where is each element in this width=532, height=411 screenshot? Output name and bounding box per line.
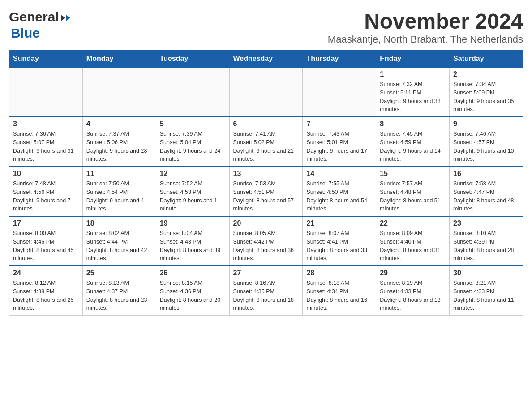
title-area: November 2024 Maaskantje, North Brabant,… — [328, 9, 523, 45]
calendar-cell: 30Sunrise: 8:21 AMSunset: 4:33 PMDayligh… — [450, 266, 523, 316]
calendar-cell: 26Sunrise: 8:15 AMSunset: 4:36 PMDayligh… — [156, 266, 229, 316]
main-title: November 2024 — [328, 9, 523, 34]
calendar-cell: 18Sunrise: 8:02 AMSunset: 4:44 PMDayligh… — [82, 216, 156, 266]
calendar-header-tuesday: Tuesday — [156, 50, 229, 68]
calendar-week-row: 17Sunrise: 8:00 AMSunset: 4:46 PMDayligh… — [9, 216, 523, 266]
day-number: 19 — [160, 219, 226, 227]
day-info: Sunrise: 8:10 AMSunset: 4:39 PMDaylight:… — [453, 229, 519, 263]
calendar-header-monday: Monday — [82, 50, 156, 68]
day-info: Sunrise: 8:09 AMSunset: 4:40 PMDaylight:… — [380, 229, 446, 263]
day-number: 23 — [453, 219, 519, 227]
calendar-cell: 28Sunrise: 8:18 AMSunset: 4:34 PMDayligh… — [303, 266, 376, 316]
calendar-cell: 5Sunrise: 7:39 AMSunset: 5:04 PMDaylight… — [156, 117, 229, 167]
day-info: Sunrise: 7:32 AMSunset: 5:11 PMDaylight:… — [380, 80, 446, 114]
calendar-cell — [9, 68, 83, 117]
day-number: 29 — [380, 269, 446, 277]
day-number: 28 — [306, 269, 372, 277]
day-info: Sunrise: 7:34 AMSunset: 5:09 PMDaylight:… — [453, 80, 519, 114]
calendar-cell: 12Sunrise: 7:52 AMSunset: 4:53 PMDayligh… — [156, 167, 229, 216]
day-number: 7 — [306, 120, 372, 128]
day-number: 24 — [13, 269, 79, 277]
calendar: SundayMondayTuesdayWednesdayThursdayFrid… — [9, 50, 523, 316]
day-info: Sunrise: 7:48 AMSunset: 4:56 PMDaylight:… — [13, 180, 79, 213]
calendar-cell: 13Sunrise: 7:53 AMSunset: 4:51 PMDayligh… — [229, 167, 303, 216]
day-number: 15 — [380, 170, 446, 178]
calendar-cell: 1Sunrise: 7:32 AMSunset: 5:11 PMDaylight… — [376, 68, 450, 117]
calendar-cell: 23Sunrise: 8:10 AMSunset: 4:39 PMDayligh… — [450, 216, 523, 266]
day-info: Sunrise: 7:37 AMSunset: 5:06 PMDaylight:… — [86, 130, 152, 163]
calendar-cell: 27Sunrise: 8:16 AMSunset: 4:35 PMDayligh… — [229, 266, 303, 316]
calendar-cell: 6Sunrise: 7:41 AMSunset: 5:02 PMDaylight… — [229, 117, 303, 167]
calendar-header-thursday: Thursday — [303, 50, 376, 68]
day-number: 2 — [453, 70, 519, 78]
day-number: 1 — [380, 70, 446, 78]
calendar-header-sunday: Sunday — [9, 50, 83, 68]
calendar-cell: 29Sunrise: 8:19 AMSunset: 4:33 PMDayligh… — [376, 266, 450, 316]
day-info: Sunrise: 7:57 AMSunset: 4:48 PMDaylight:… — [380, 180, 446, 213]
calendar-header-friday: Friday — [376, 50, 450, 68]
day-number: 14 — [306, 170, 372, 178]
day-info: Sunrise: 7:55 AMSunset: 4:50 PMDaylight:… — [306, 180, 372, 213]
day-number: 25 — [86, 269, 152, 277]
day-info: Sunrise: 7:45 AMSunset: 4:59 PMDaylight:… — [380, 130, 446, 163]
logo: General Blue — [9, 9, 70, 41]
day-info: Sunrise: 8:02 AMSunset: 4:44 PMDaylight:… — [86, 229, 152, 263]
day-number: 18 — [86, 219, 152, 227]
day-info: Sunrise: 8:18 AMSunset: 4:34 PMDaylight:… — [306, 279, 372, 313]
day-info: Sunrise: 7:46 AMSunset: 4:57 PMDaylight:… — [453, 130, 519, 163]
day-number: 21 — [306, 219, 372, 227]
calendar-cell — [303, 68, 376, 117]
day-number: 9 — [453, 120, 519, 128]
calendar-cell: 16Sunrise: 7:58 AMSunset: 4:47 PMDayligh… — [450, 167, 523, 216]
subtitle: Maaskantje, North Brabant, The Netherlan… — [328, 34, 523, 45]
calendar-cell: 20Sunrise: 8:05 AMSunset: 4:42 PMDayligh… — [229, 216, 303, 266]
calendar-cell: 3Sunrise: 7:36 AMSunset: 5:07 PMDaylight… — [9, 117, 83, 167]
day-info: Sunrise: 7:41 AMSunset: 5:02 PMDaylight:… — [233, 130, 299, 163]
calendar-cell: 4Sunrise: 7:37 AMSunset: 5:06 PMDaylight… — [82, 117, 156, 167]
day-number: 10 — [13, 170, 79, 178]
day-info: Sunrise: 8:12 AMSunset: 4:38 PMDaylight:… — [13, 279, 79, 313]
calendar-cell — [82, 68, 156, 117]
calendar-week-row: 3Sunrise: 7:36 AMSunset: 5:07 PMDaylight… — [9, 117, 523, 167]
calendar-week-row: 10Sunrise: 7:48 AMSunset: 4:56 PMDayligh… — [9, 167, 523, 216]
calendar-week-row: 1Sunrise: 7:32 AMSunset: 5:11 PMDaylight… — [9, 68, 523, 117]
day-number: 11 — [86, 170, 152, 178]
day-info: Sunrise: 8:04 AMSunset: 4:43 PMDaylight:… — [160, 229, 226, 263]
calendar-header-row: SundayMondayTuesdayWednesdayThursdayFrid… — [9, 50, 523, 68]
calendar-cell: 17Sunrise: 8:00 AMSunset: 4:46 PMDayligh… — [9, 216, 83, 266]
calendar-cell: 22Sunrise: 8:09 AMSunset: 4:40 PMDayligh… — [376, 216, 450, 266]
calendar-cell: 19Sunrise: 8:04 AMSunset: 4:43 PMDayligh… — [156, 216, 229, 266]
calendar-cell — [229, 68, 303, 117]
logo-line1: General — [9, 9, 70, 25]
day-number: 13 — [233, 170, 299, 178]
day-info: Sunrise: 7:39 AMSunset: 5:04 PMDaylight:… — [160, 130, 226, 163]
day-number: 4 — [86, 120, 152, 128]
day-info: Sunrise: 8:00 AMSunset: 4:46 PMDaylight:… — [13, 229, 79, 263]
calendar-header-saturday: Saturday — [450, 50, 523, 68]
logo-line2: Blue — [9, 25, 70, 41]
calendar-week-row: 24Sunrise: 8:12 AMSunset: 4:38 PMDayligh… — [9, 266, 523, 316]
day-number: 20 — [233, 219, 299, 227]
day-info: Sunrise: 8:15 AMSunset: 4:36 PMDaylight:… — [160, 279, 226, 313]
day-number: 22 — [380, 219, 446, 227]
day-info: Sunrise: 7:36 AMSunset: 5:07 PMDaylight:… — [13, 130, 79, 163]
calendar-cell: 10Sunrise: 7:48 AMSunset: 4:56 PMDayligh… — [9, 167, 83, 216]
calendar-cell — [156, 68, 229, 117]
calendar-cell: 15Sunrise: 7:57 AMSunset: 4:48 PMDayligh… — [376, 167, 450, 216]
day-number: 16 — [453, 170, 519, 178]
calendar-cell: 25Sunrise: 8:13 AMSunset: 4:37 PMDayligh… — [82, 266, 156, 316]
day-number: 12 — [160, 170, 226, 178]
day-number: 27 — [233, 269, 299, 277]
calendar-cell: 24Sunrise: 8:12 AMSunset: 4:38 PMDayligh… — [9, 266, 83, 316]
day-info: Sunrise: 8:19 AMSunset: 4:33 PMDaylight:… — [380, 279, 446, 313]
calendar-cell: 8Sunrise: 7:45 AMSunset: 4:59 PMDaylight… — [376, 117, 450, 167]
calendar-cell: 21Sunrise: 8:07 AMSunset: 4:41 PMDayligh… — [303, 216, 376, 266]
calendar-cell: 9Sunrise: 7:46 AMSunset: 4:57 PMDaylight… — [450, 117, 523, 167]
day-number: 30 — [453, 269, 519, 277]
calendar-cell: 2Sunrise: 7:34 AMSunset: 5:09 PMDaylight… — [450, 68, 523, 117]
day-info: Sunrise: 8:13 AMSunset: 4:37 PMDaylight:… — [86, 279, 152, 313]
day-number: 3 — [13, 120, 79, 128]
day-info: Sunrise: 7:53 AMSunset: 4:51 PMDaylight:… — [233, 180, 299, 213]
day-number: 5 — [160, 120, 226, 128]
calendar-cell: 14Sunrise: 7:55 AMSunset: 4:50 PMDayligh… — [303, 167, 376, 216]
